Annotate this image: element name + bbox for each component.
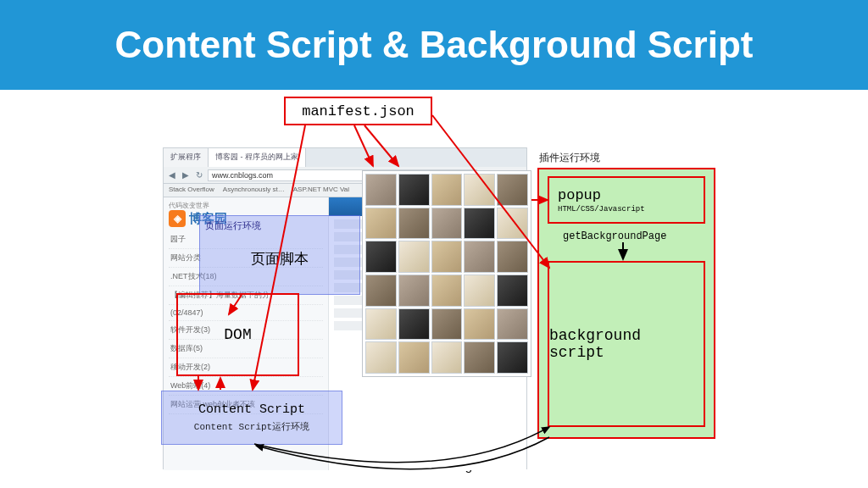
slogan: 代码改变世界 [169,201,323,210]
forward-icon[interactable]: ▶ [181,170,191,180]
content-script-label: Content Script [198,402,305,417]
thumbnail[interactable] [398,308,430,341]
rss-icon: ◈ [169,210,186,227]
background-script-box: background script [548,261,705,427]
browser-tab[interactable]: 扩展程序 [164,148,209,167]
thumbnail[interactable] [497,241,528,273]
reload-icon[interactable]: ↻ [194,170,204,180]
tab-strip: 扩展程序 博客园 - 程序员的网上家 [164,148,526,167]
dom-label: DOM [224,326,251,343]
architecture-diagram: manifest.json 扩展程序 博客园 - 程序员的网上家 ◀ ▶ ↻ w… [0,90,868,476]
slide-title: Content Script & Background Script [34,24,834,66]
thumbnail[interactable] [464,208,495,240]
page-env-overlay: 页面运行环境 页面脚本 [199,215,360,295]
thumbnail[interactable] [365,241,397,273]
manifest-label: manifest.json [302,103,415,119]
dom-box: DOM [176,293,299,376]
thumbnail[interactable] [431,274,463,307]
thumbnail[interactable] [464,241,495,273]
popup-panel [362,170,531,377]
runtime-env-label: 插件运行环境 [539,151,600,165]
popup-box: popup HTML/CSS/Javascript [548,176,705,224]
popup-label: popup [558,187,695,203]
thumbnail[interactable] [398,241,430,273]
thumbnail[interactable] [431,341,463,374]
thumbnail[interactable] [431,174,463,206]
back-icon[interactable]: ◀ [167,170,177,180]
title-bar: Content Script & Background Script [0,0,868,90]
bookmark-item[interactable]: Stack Overflow [169,186,214,195]
thumbnail[interactable] [365,208,397,240]
browser-tab[interactable]: 博客园 - 程序员的网上家 [209,148,306,167]
content-script-env-label: Content Script运行环境 [194,420,309,433]
page-script-label: 页面脚本 [205,249,354,269]
thumbnail[interactable] [464,341,495,374]
thumbnail[interactable] [497,174,528,206]
bookmark-item[interactable]: Asynchronously st… [223,186,285,195]
popup-sublabel: HTML/CSS/Javascript [558,205,695,214]
thumbnail[interactable] [365,274,397,307]
thumbnail[interactable] [398,341,430,374]
manifest-box: manifest.json [284,97,432,125]
thumbnail[interactable] [431,308,463,341]
thumbnail[interactable] [431,241,463,273]
thumbnail[interactable] [497,308,528,341]
page-env-label: 页面运行环境 [205,219,354,232]
thumbnail[interactable] [497,208,528,240]
thumbnail[interactable] [365,341,397,374]
bookmark-item[interactable]: ASP.NET MVC Val [293,186,349,195]
thumbnail[interactable] [365,308,397,341]
url-text: www.cnblogs.com [212,171,273,180]
thumbnail[interactable] [365,174,397,206]
thumbnail[interactable] [464,174,495,206]
thumbnail[interactable] [431,208,463,240]
thumbnail[interactable] [464,274,495,307]
getbackgroundpage-label: getBackgroundPage [563,230,666,242]
thumbnail[interactable] [398,208,430,240]
background-script-label: background script [549,327,704,361]
thumbnail[interactable] [497,341,528,374]
thumbnail[interactable] [497,274,528,307]
thumbnail[interactable] [398,274,430,307]
thumbnail[interactable] [464,308,495,341]
thumbnail[interactable] [398,174,430,206]
content-script-box: Content Script Content Script运行环境 [161,391,342,445]
